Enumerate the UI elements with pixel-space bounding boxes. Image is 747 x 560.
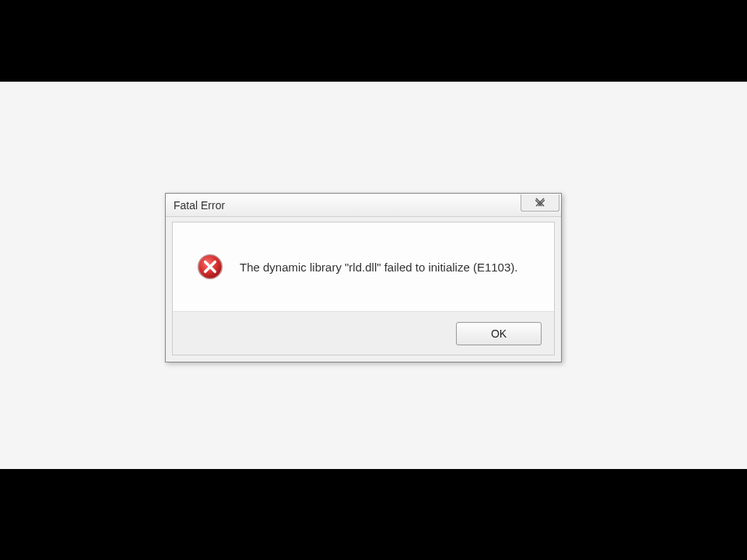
ok-button-label: OK <box>491 327 507 340</box>
dialog-content: The dynamic library "rld.dll" failed to … <box>172 222 555 355</box>
message-area: The dynamic library "rld.dll" failed to … <box>173 222 554 311</box>
dialog-title: Fatal Error <box>174 199 225 212</box>
error-icon <box>196 253 224 281</box>
close-icon <box>535 198 545 207</box>
error-dialog: Fatal Error <box>165 193 562 362</box>
button-bar: OK <box>173 311 554 355</box>
dialog-titlebar[interactable]: Fatal Error <box>166 194 561 217</box>
error-message: The dynamic library "rld.dll" failed to … <box>240 259 517 275</box>
ok-button[interactable]: OK <box>456 322 542 345</box>
close-button[interactable] <box>521 194 559 212</box>
